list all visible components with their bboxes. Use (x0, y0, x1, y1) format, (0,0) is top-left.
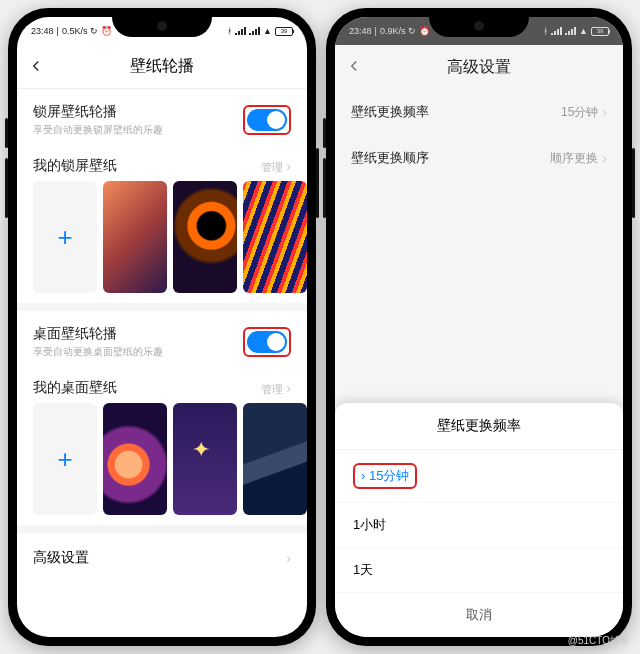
header: 高级设置 (335, 45, 623, 89)
sync-icon: ↻ (90, 26, 98, 36)
sync-icon: ↻ (408, 26, 416, 36)
my-desk-wallpapers-row[interactable]: 我的桌面壁纸 管理 › (17, 369, 307, 403)
alarm-icon: ⏰ (419, 26, 430, 36)
notch (112, 17, 212, 37)
bluetooth-icon: ᚼ (543, 26, 548, 36)
side-button (323, 118, 326, 148)
side-button (5, 158, 8, 218)
option-1day[interactable]: 1天 (335, 548, 623, 593)
wallpaper-thumb[interactable] (103, 403, 167, 515)
divider (17, 303, 307, 311)
row-label: 桌面壁纸轮播 (33, 325, 163, 343)
bluetooth-icon: ᚼ (227, 26, 232, 36)
wallpaper-thumb[interactable] (173, 181, 237, 293)
cancel-button[interactable]: 取消 (335, 593, 623, 637)
page-title: 高级设置 (447, 57, 511, 78)
bottom-sheet: 壁纸更换频率 › 15分钟 1小时 1天 取消 (335, 403, 623, 637)
back-button[interactable] (27, 57, 45, 79)
chevron-right-icon: › (361, 468, 365, 483)
header: 壁纸轮播 (17, 45, 307, 89)
desktop-toggle[interactable] (247, 331, 287, 353)
battery-icon: 39 (275, 27, 293, 36)
chevron-right-icon: › (602, 104, 607, 120)
row-label: 壁纸更换顺序 (351, 149, 429, 167)
status-speed: 0.5K/s (62, 26, 88, 36)
screen: 23:48 | 0.5K/s ↻ ⏰ ᚼ ▲ 39 壁纸轮播 (17, 17, 307, 637)
order-row[interactable]: 壁纸更换顺序 顺序更换› (335, 135, 623, 181)
back-button[interactable] (345, 57, 363, 79)
desktop-carousel-row: 桌面壁纸轮播 享受自动更换桌面壁纸的乐趣 (17, 311, 307, 369)
phone-right: 23:48 | 0.9K/s ↻ ⏰ ᚼ ▲ 39 高级设置 壁纸更换频率 15… (326, 8, 632, 646)
advanced-settings-row[interactable]: 高级设置 › (17, 533, 307, 583)
row-value: 顺序更换 (550, 150, 598, 167)
lockscreen-toggle[interactable] (247, 109, 287, 131)
signal-icon (235, 27, 246, 35)
status-time: 23:48 (31, 26, 54, 36)
battery-icon: 39 (591, 27, 609, 36)
status-time: 23:48 (349, 26, 372, 36)
manage-link[interactable]: 管理 › (261, 158, 291, 175)
chevron-right-icon: › (602, 150, 607, 166)
row-label: 锁屏壁纸轮播 (33, 103, 163, 121)
row-label: 我的锁屏壁纸 (33, 157, 117, 175)
side-button (632, 148, 635, 218)
desk-wallpaper-thumbs: + ✦ (17, 403, 307, 525)
row-label: 我的桌面壁纸 (33, 379, 117, 397)
row-value: 15分钟 (561, 104, 598, 121)
row-sub: 享受自动更换桌面壁纸的乐趣 (33, 345, 163, 359)
wallpaper-thumb[interactable]: ✦ (173, 403, 237, 515)
wifi-icon: ▲ (263, 26, 272, 36)
divider (17, 525, 307, 533)
manage-link[interactable]: 管理 › (261, 380, 291, 397)
highlight-box (243, 327, 291, 357)
signal-icon (551, 27, 562, 35)
wallpaper-thumb[interactable] (243, 403, 307, 515)
wallpaper-thumb[interactable] (243, 181, 307, 293)
chevron-right-icon: › (286, 550, 291, 566)
alarm-icon: ⏰ (101, 26, 112, 36)
wallpaper-thumb[interactable] (103, 181, 167, 293)
side-button (316, 148, 319, 218)
chevron-right-icon: › (286, 380, 291, 396)
lock-wallpaper-thumbs: + (17, 181, 307, 303)
sheet-title: 壁纸更换频率 (335, 403, 623, 450)
row-label: 壁纸更换频率 (351, 103, 429, 121)
highlight-box (243, 105, 291, 135)
row-sub: 享受自动更换锁屏壁纸的乐趣 (33, 123, 163, 137)
wifi-icon: ▲ (579, 26, 588, 36)
phone-left: 23:48 | 0.5K/s ↻ ⏰ ᚼ ▲ 39 壁纸轮播 (8, 8, 316, 646)
status-speed: 0.9K/s (380, 26, 406, 36)
add-wallpaper-button[interactable]: + (33, 181, 97, 293)
side-button (323, 158, 326, 218)
option-1hour[interactable]: 1小时 (335, 503, 623, 548)
signal-icon (565, 27, 576, 35)
signal-icon (249, 27, 260, 35)
screen: 23:48 | 0.9K/s ↻ ⏰ ᚼ ▲ 39 高级设置 壁纸更换频率 15… (335, 17, 623, 637)
add-wallpaper-button[interactable]: + (33, 403, 97, 515)
side-button (5, 118, 8, 148)
page-title: 壁纸轮播 (130, 56, 194, 77)
chevron-right-icon: › (286, 158, 291, 174)
freq-row[interactable]: 壁纸更换频率 15分钟› (335, 89, 623, 135)
lockscreen-carousel-row: 锁屏壁纸轮播 享受自动更换锁屏壁纸的乐趣 (17, 89, 307, 147)
content: 锁屏壁纸轮播 享受自动更换锁屏壁纸的乐趣 我的锁屏壁纸 管理 › + (17, 89, 307, 637)
option-15min[interactable]: › 15分钟 (335, 450, 623, 503)
notch (429, 17, 529, 37)
my-lock-wallpapers-row[interactable]: 我的锁屏壁纸 管理 › (17, 147, 307, 181)
row-label: 高级设置 (33, 549, 89, 567)
watermark: @51CTO博客 (568, 634, 630, 648)
